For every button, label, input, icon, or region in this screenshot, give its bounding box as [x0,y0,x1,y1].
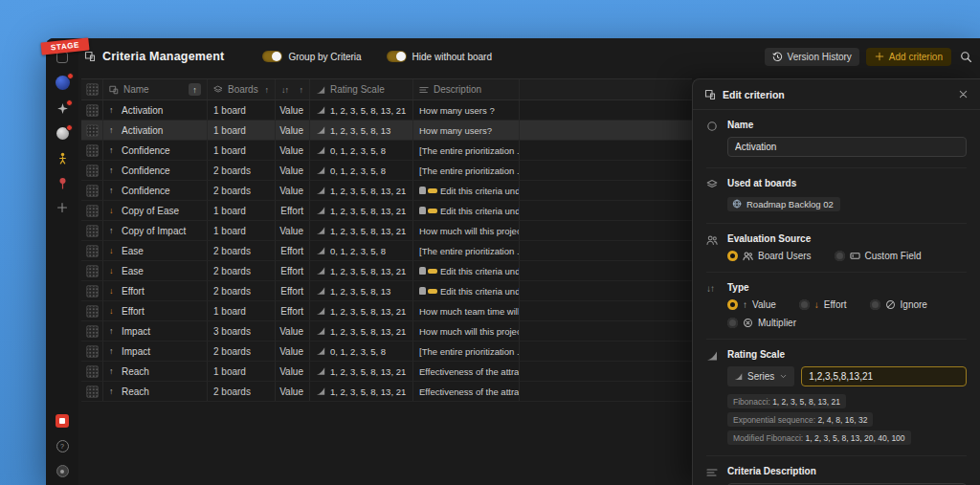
radio-option[interactable]: ↑ Value [727,299,776,310]
rating-scale-input[interactable] [801,366,967,386]
rating-scale-cell: 1, 2, 3, 5, 8, 13, 21 [310,201,413,220]
criterion-name: Confidence [122,165,170,176]
chart-ramp-icon [316,145,325,155]
table-row[interactable]: ↓Effort 2 boards Effort 1, 2, 3, 5, 8, 1… [81,281,692,301]
direction-arrow-icon: ↓ [109,306,119,316]
criterion-name: Effort [122,286,145,297]
column-name[interactable]: Name ↑ [103,79,208,99]
radio-option[interactable]: Ignore [870,299,927,310]
table-row[interactable]: ↑Confidence 2 boards Value 1, 2, 3, 5, 8… [81,181,692,201]
table-row[interactable]: ↑Confidence 1 board Value 0, 1, 2, 3, 5,… [81,141,692,161]
toggle-hide-without-board[interactable]: Hide without board [387,51,492,62]
row-drag-handle[interactable] [81,100,103,120]
row-drag-handle[interactable] [81,382,103,401]
boards-cell: 1 board [208,301,276,320]
toggle-group-by-criteria[interactable]: Group by Criteria [262,51,361,62]
rating-scale-cell: 1, 2, 3, 5, 8, 13, 21 [310,261,413,280]
table-row[interactable]: ↑Impact 2 boards Value 0, 1, 2, 3, 5, 8 … [81,342,692,362]
name-cell: ↓Copy of Ease [103,201,208,220]
series-dropdown[interactable]: Series [727,366,794,386]
column-description[interactable]: Description [413,79,520,99]
boards-cell: 1 board [208,121,276,140]
scale-preset-chip[interactable]: Modified Fibonacci: 1, 2, 3, 5, 8, 13, 2… [727,430,911,445]
column-boards[interactable]: Boards ↑ [208,79,276,99]
version-history-button[interactable]: Version History [765,48,859,66]
name-cell: ↓Effort [103,281,208,300]
radio-option[interactable]: Multiplier [727,318,796,328]
toggle-switch-icon[interactable] [262,51,282,62]
row-drag-handle[interactable] [81,301,103,320]
radio-option[interactable]: ↓ Effort [799,299,847,310]
table-row[interactable]: ↑Activation 1 board Value 1, 2, 3, 5, 8,… [81,100,692,121]
red-app-icon[interactable] [56,414,69,428]
app-logo-icon[interactable] [56,52,68,63]
plus-icon [875,52,884,61]
help-button[interactable]: ? [56,440,69,452]
table-row[interactable]: ↓Copy of Ease 1 board Effort 1, 2, 3, 5,… [81,201,692,221]
add-criterion-button[interactable]: Add criterion [866,48,951,66]
table-row[interactable]: ↑Copy of Impact 1 board Value 1, 2, 3, 5… [81,221,692,241]
column-type[interactable]: ↓↑ ↑ [276,79,310,99]
sparkle-workspace-icon[interactable] [56,102,69,115]
chart-ramp-icon [316,125,325,135]
used-at-boards-label: Used at boards [727,178,967,188]
scale-preset-chip[interactable]: Fibonacci: 1, 2, 3, 5, 8, 13, 21 [727,394,846,408]
criterion-name: Activation [122,105,163,116]
close-icon[interactable] [958,89,969,99]
toggle-switch-icon[interactable] [387,51,407,62]
rating-scale-label: Rating Scale [727,349,967,360]
row-drag-handle[interactable] [81,281,103,300]
drag-grid-icon [86,124,99,137]
row-drag-handle[interactable] [81,201,103,220]
direction-arrow-icon: ↓ [109,206,119,215]
row-drag-handle[interactable] [81,342,103,361]
scale-preset-chip[interactable]: Exponential sequence: 2, 4, 8, 16, 32 [727,412,873,427]
add-workspace-button[interactable] [56,202,68,213]
radio-option[interactable]: Custom Field [835,251,922,261]
criterion-name: Effort [122,306,145,317]
description-cell: [The entire prioritization ... [413,141,520,160]
sort-arrow-icon[interactable]: ↑ [265,85,270,95]
row-drag-handle[interactable] [81,121,103,140]
row-drag-handle[interactable] [81,261,103,280]
radio-option[interactable]: Board Users [727,251,812,261]
board-chip[interactable]: Roadmap Backlog 02 [727,197,840,211]
table-row[interactable]: ↓Effort 1 board Effort 1, 2, 3, 5, 8, 13… [81,301,692,321]
boards-cell: 1 board [208,362,276,381]
row-drag-handle[interactable] [81,321,103,341]
sort-arrow-icon[interactable]: ↑ [300,85,304,95]
column-rating-scale[interactable]: Rating Scale [310,79,413,99]
table-row[interactable]: ↑Reach 1 board Value 1, 2, 3, 5, 8, 13, … [81,362,692,382]
row-drag-handle[interactable] [81,161,103,180]
boards-cell: 2 boards [208,261,276,280]
boards-cell: 1 board [208,201,276,220]
table-row[interactable]: ↑Impact 3 boards Value 1, 2, 3, 5, 8, 13… [81,321,692,342]
table-row[interactable]: ↓Ease 2 boards Effort 0, 1, 2, 3, 5, 8 [… [81,241,692,261]
table-row[interactable]: ↑Confidence 2 boards Value 0, 1, 2, 3, 5… [81,161,692,181]
pin-workspace-icon[interactable] [56,177,69,189]
sort-ascending-button[interactable]: ↑ [189,83,201,96]
layers-icon [706,178,720,212]
search-icon[interactable] [960,51,972,63]
radio-icon [727,251,738,261]
screen-record-icon[interactable] [56,465,69,477]
row-drag-handle[interactable] [81,141,103,160]
row-drag-handle[interactable] [81,241,103,260]
workspace-avatar[interactable] [56,76,70,90]
figure-workspace-icon[interactable] [56,152,69,165]
rating-scale-section: Rating Scale Series Fibonacci: 1, 2, 3, … [706,340,967,456]
drag-grid-icon [86,265,99,277]
table-row[interactable]: ↑Activation 1 board Value 1, 2, 3, 5, 8,… [81,121,692,141]
criteria-description-section: Criteria Description How many users? [706,456,967,485]
select-all-cell[interactable] [81,79,103,99]
row-drag-handle[interactable] [81,362,103,381]
criteria-icon [109,85,119,95]
name-input[interactable] [727,137,967,157]
history-icon [772,52,783,62]
table-row[interactable]: ↑Reach 2 boards Value 1, 2, 3, 5, 8, 13,… [81,382,692,402]
row-drag-handle[interactable] [81,181,103,200]
row-drag-handle[interactable] [81,221,103,240]
table-row[interactable]: ↓Ease 2 boards Effort 1, 2, 3, 5, 8, 13,… [81,261,692,281]
globe-workspace-icon[interactable] [56,127,69,140]
drag-grid-icon [86,104,99,117]
